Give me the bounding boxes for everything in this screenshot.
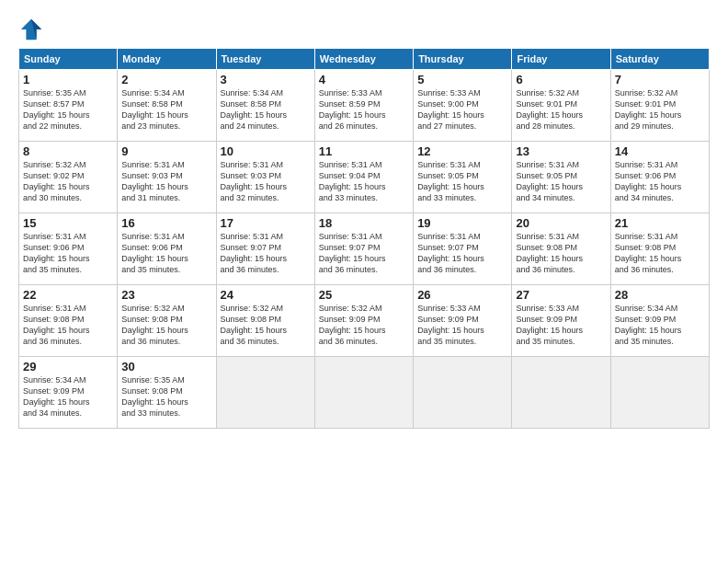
- calendar-cell: 2Sunrise: 5:34 AMSunset: 8:58 PMDaylight…: [118, 70, 216, 142]
- day-number: 11: [319, 144, 409, 158]
- calendar-cell: 8Sunrise: 5:32 AMSunset: 9:02 PMDaylight…: [19, 142, 118, 213]
- day-info: Sunrise: 5:31 AMSunset: 9:07 PMDaylight:…: [417, 231, 507, 276]
- day-info: Sunrise: 5:34 AMSunset: 9:09 PMDaylight:…: [615, 303, 705, 348]
- calendar-cell: 24Sunrise: 5:32 AMSunset: 9:08 PMDayligh…: [216, 285, 314, 357]
- day-number: 15: [23, 216, 113, 230]
- day-number: 20: [516, 216, 606, 230]
- weekday-header-friday: Friday: [512, 49, 610, 70]
- calendar-week-2: 8Sunrise: 5:32 AMSunset: 9:02 PMDaylight…: [19, 142, 710, 213]
- day-info: Sunrise: 5:32 AMSunset: 9:08 PMDaylight:…: [221, 303, 311, 348]
- day-number: 7: [615, 73, 705, 86]
- weekday-header-sunday: Sunday: [19, 49, 118, 70]
- day-number: 28: [615, 288, 705, 302]
- day-info: Sunrise: 5:31 AMSunset: 9:08 PMDaylight:…: [23, 303, 113, 348]
- weekday-header-tuesday: Tuesday: [216, 49, 314, 70]
- calendar-cell: 10Sunrise: 5:31 AMSunset: 9:03 PMDayligh…: [216, 142, 314, 213]
- calendar-cell: [414, 357, 512, 429]
- calendar-cell: 6Sunrise: 5:32 AMSunset: 9:01 PMDaylight…: [512, 70, 610, 142]
- weekday-header-monday: Monday: [118, 49, 216, 70]
- logo-icon: [18, 17, 44, 42]
- day-info: Sunrise: 5:35 AMSunset: 8:57 PMDaylight:…: [23, 87, 113, 132]
- logo: [18, 17, 48, 42]
- calendar-cell: 15Sunrise: 5:31 AMSunset: 9:06 PMDayligh…: [19, 213, 118, 285]
- calendar-cell: 14Sunrise: 5:31 AMSunset: 9:06 PMDayligh…: [610, 142, 709, 213]
- day-number: 21: [615, 216, 705, 230]
- day-number: 17: [221, 216, 311, 230]
- day-number: 24: [221, 288, 311, 302]
- day-info: Sunrise: 5:31 AMSunset: 9:07 PMDaylight:…: [319, 231, 409, 276]
- calendar-cell: 20Sunrise: 5:31 AMSunset: 9:08 PMDayligh…: [512, 213, 610, 285]
- day-info: Sunrise: 5:33 AMSunset: 9:09 PMDaylight:…: [417, 303, 507, 348]
- calendar-cell: 17Sunrise: 5:31 AMSunset: 9:07 PMDayligh…: [216, 213, 314, 285]
- day-number: 12: [417, 144, 507, 158]
- day-info: Sunrise: 5:32 AMSunset: 9:09 PMDaylight:…: [319, 303, 409, 348]
- calendar-cell: 1Sunrise: 5:35 AMSunset: 8:57 PMDaylight…: [19, 70, 118, 142]
- day-info: Sunrise: 5:31 AMSunset: 9:08 PMDaylight:…: [516, 231, 606, 276]
- day-number: 22: [23, 288, 113, 302]
- day-info: Sunrise: 5:33 AMSunset: 9:00 PMDaylight:…: [417, 87, 507, 132]
- day-number: 6: [516, 73, 606, 86]
- calendar-cell: 7Sunrise: 5:32 AMSunset: 9:01 PMDaylight…: [610, 70, 709, 142]
- day-number: 30: [121, 360, 211, 373]
- day-info: Sunrise: 5:32 AMSunset: 9:01 PMDaylight:…: [615, 87, 705, 132]
- calendar-cell: 16Sunrise: 5:31 AMSunset: 9:06 PMDayligh…: [118, 213, 216, 285]
- day-info: Sunrise: 5:31 AMSunset: 9:05 PMDaylight:…: [516, 159, 606, 204]
- day-number: 26: [417, 288, 507, 302]
- day-info: Sunrise: 5:31 AMSunset: 9:05 PMDaylight:…: [417, 159, 507, 204]
- calendar-cell: 22Sunrise: 5:31 AMSunset: 9:08 PMDayligh…: [19, 285, 118, 357]
- day-info: Sunrise: 5:33 AMSunset: 9:09 PMDaylight:…: [516, 303, 606, 348]
- calendar-week-1: 1Sunrise: 5:35 AMSunset: 8:57 PMDaylight…: [19, 70, 710, 142]
- day-number: 29: [23, 360, 113, 373]
- calendar-cell: 11Sunrise: 5:31 AMSunset: 9:04 PMDayligh…: [314, 142, 413, 213]
- calendar-cell: 13Sunrise: 5:31 AMSunset: 9:05 PMDayligh…: [512, 142, 610, 213]
- day-info: Sunrise: 5:32 AMSunset: 9:01 PMDaylight:…: [516, 87, 606, 132]
- calendar-table: SundayMondayTuesdayWednesdayThursdayFrid…: [18, 48, 710, 429]
- weekday-row: SundayMondayTuesdayWednesdayThursdayFrid…: [19, 49, 710, 70]
- calendar-cell: 26Sunrise: 5:33 AMSunset: 9:09 PMDayligh…: [414, 285, 512, 357]
- calendar-cell: [216, 357, 314, 429]
- calendar-header: SundayMondayTuesdayWednesdayThursdayFrid…: [19, 49, 710, 70]
- day-number: 25: [319, 288, 409, 302]
- header: [18, 17, 710, 42]
- day-number: 19: [417, 216, 507, 230]
- calendar-cell: 23Sunrise: 5:32 AMSunset: 9:08 PMDayligh…: [118, 285, 216, 357]
- calendar-cell: 29Sunrise: 5:34 AMSunset: 9:09 PMDayligh…: [19, 357, 118, 429]
- day-number: 4: [319, 73, 409, 86]
- day-number: 9: [121, 144, 211, 158]
- day-info: Sunrise: 5:31 AMSunset: 9:06 PMDaylight:…: [615, 159, 705, 204]
- calendar-cell: 5Sunrise: 5:33 AMSunset: 9:00 PMDaylight…: [414, 70, 512, 142]
- day-number: 5: [417, 73, 507, 86]
- calendar-cell: [512, 357, 610, 429]
- day-number: 23: [121, 288, 211, 302]
- day-info: Sunrise: 5:31 AMSunset: 9:04 PMDaylight:…: [319, 159, 409, 204]
- calendar-week-5: 29Sunrise: 5:34 AMSunset: 9:09 PMDayligh…: [19, 357, 710, 429]
- day-info: Sunrise: 5:34 AMSunset: 9:09 PMDaylight:…: [23, 374, 113, 419]
- calendar-week-3: 15Sunrise: 5:31 AMSunset: 9:06 PMDayligh…: [19, 213, 710, 285]
- calendar-cell: 3Sunrise: 5:34 AMSunset: 8:58 PMDaylight…: [216, 70, 314, 142]
- day-info: Sunrise: 5:31 AMSunset: 9:07 PMDaylight:…: [221, 231, 311, 276]
- day-info: Sunrise: 5:31 AMSunset: 9:03 PMDaylight:…: [121, 159, 211, 204]
- weekday-header-saturday: Saturday: [610, 49, 709, 70]
- calendar-cell: [314, 357, 413, 429]
- day-number: 3: [221, 73, 311, 86]
- day-number: 27: [516, 288, 606, 302]
- day-number: 2: [121, 73, 211, 86]
- calendar-cell: 19Sunrise: 5:31 AMSunset: 9:07 PMDayligh…: [414, 213, 512, 285]
- day-info: Sunrise: 5:34 AMSunset: 8:58 PMDaylight:…: [121, 87, 211, 132]
- calendar-cell: 30Sunrise: 5:35 AMSunset: 9:08 PMDayligh…: [118, 357, 216, 429]
- calendar-cell: 12Sunrise: 5:31 AMSunset: 9:05 PMDayligh…: [414, 142, 512, 213]
- calendar-cell: 25Sunrise: 5:32 AMSunset: 9:09 PMDayligh…: [314, 285, 413, 357]
- calendar-cell: 21Sunrise: 5:31 AMSunset: 9:08 PMDayligh…: [610, 213, 709, 285]
- calendar-week-4: 22Sunrise: 5:31 AMSunset: 9:08 PMDayligh…: [19, 285, 710, 357]
- calendar-cell: [610, 357, 709, 429]
- day-info: Sunrise: 5:32 AMSunset: 9:08 PMDaylight:…: [121, 303, 211, 348]
- day-number: 16: [121, 216, 211, 230]
- page: SundayMondayTuesdayWednesdayThursdayFrid…: [0, 0, 728, 563]
- weekday-header-thursday: Thursday: [414, 49, 512, 70]
- day-info: Sunrise: 5:34 AMSunset: 8:58 PMDaylight:…: [221, 87, 311, 132]
- day-info: Sunrise: 5:33 AMSunset: 8:59 PMDaylight:…: [319, 87, 409, 132]
- day-number: 13: [516, 144, 606, 158]
- day-number: 1: [23, 73, 113, 86]
- day-info: Sunrise: 5:32 AMSunset: 9:02 PMDaylight:…: [23, 159, 113, 204]
- calendar-cell: 27Sunrise: 5:33 AMSunset: 9:09 PMDayligh…: [512, 285, 610, 357]
